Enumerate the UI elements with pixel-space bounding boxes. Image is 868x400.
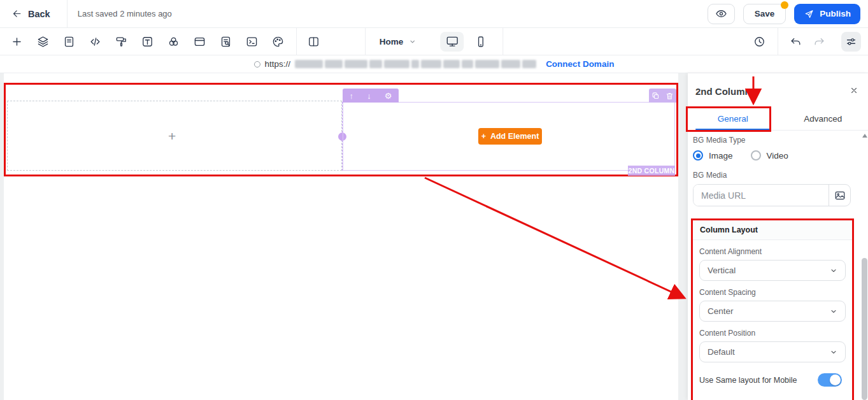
close-icon	[850, 86, 858, 95]
publish-label: Publish	[820, 9, 851, 18]
add-element-tool[interactable]	[9, 34, 24, 49]
save-label: Save	[755, 9, 775, 18]
mobile-layout-toggle-label: Use Same layout for Mobile	[699, 376, 797, 385]
terminal-icon	[246, 36, 258, 48]
mobile-layout-toggle[interactable]	[818, 373, 842, 387]
content-position-value: Default	[708, 347, 735, 357]
arrow-left-icon	[11, 8, 22, 19]
content-alignment-value: Vertical	[708, 266, 736, 275]
mobile-icon	[474, 36, 487, 48]
publish-button[interactable]: Publish	[794, 4, 860, 24]
redacted-url	[295, 60, 536, 68]
scrollbar-thumb[interactable]	[862, 258, 867, 400]
text-tool[interactable]	[139, 34, 155, 49]
settings-sliders-button[interactable]	[841, 32, 861, 52]
code-icon	[89, 36, 101, 48]
browser-tool[interactable]	[192, 34, 207, 49]
page-selector-dropdown[interactable]: Home	[366, 37, 430, 46]
column-badge: 2ND COLUMN	[628, 166, 675, 176]
back-label: Back	[28, 9, 50, 19]
terminal-tool[interactable]	[244, 34, 259, 49]
content-spacing-select[interactable]: Center	[699, 301, 846, 322]
bg-media-type-label: BG Media Type	[693, 136, 863, 145]
back-button[interactable]: Back	[0, 0, 67, 28]
form-icon	[63, 36, 75, 48]
divider	[67, 0, 68, 28]
content-spacing-value: Center	[708, 306, 734, 316]
close-panel-button[interactable]	[850, 86, 858, 97]
panel-title: 2nd Column	[695, 86, 859, 97]
add-element-label: Add Element	[490, 132, 539, 141]
redo-button[interactable]	[811, 34, 827, 49]
bg-media-type-radios: Image Video	[693, 150, 863, 161]
unsaved-changes-dot	[781, 1, 788, 9]
chevron-down-icon	[830, 348, 837, 356]
delete-button[interactable]	[664, 90, 674, 101]
paint-roller-icon	[115, 36, 127, 48]
move-up-icon[interactable]: ↑	[350, 92, 354, 100]
undo-button[interactable]	[788, 34, 803, 49]
media-url-input[interactable]	[694, 185, 829, 206]
divider	[502, 28, 503, 55]
forms-tool[interactable]	[61, 34, 76, 49]
layers-icon	[37, 36, 49, 48]
current-page-label: Home	[380, 37, 404, 46]
chevron-down-icon	[409, 38, 416, 45]
scroll-up-arrow-icon[interactable]	[862, 134, 867, 138]
bg-media-label: BG Media	[693, 171, 863, 180]
chevron-down-icon	[830, 308, 837, 315]
divider	[778, 28, 778, 55]
layers-tool[interactable]	[35, 34, 50, 49]
eye-icon	[715, 8, 727, 20]
gear-icon[interactable]: ⚙	[385, 92, 392, 100]
history-button[interactable]	[751, 34, 767, 49]
plus-icon: +	[481, 132, 486, 141]
desktop-icon	[446, 35, 459, 48]
code-tool[interactable]	[87, 34, 103, 49]
move-down-icon[interactable]: ↓	[367, 92, 371, 100]
preview-button[interactable]	[708, 4, 735, 24]
content-spacing-label: Content Spacing	[699, 288, 846, 297]
text-icon	[141, 36, 153, 48]
content-alignment-select[interactable]: Vertical	[699, 260, 846, 281]
radio-image-label: Image	[709, 151, 733, 161]
page-search-tool[interactable]	[218, 34, 233, 49]
last-saved-status: Last saved 2 minutes ago	[78, 9, 172, 18]
tab-advanced[interactable]: Advanced	[778, 107, 868, 130]
theme-tool[interactable]	[270, 34, 285, 49]
desktop-view-button[interactable]	[440, 32, 464, 52]
design-tool[interactable]	[113, 34, 129, 49]
radio-image[interactable]: Image	[693, 150, 733, 161]
bg-media-input-group	[693, 184, 851, 206]
column-toolbar: ↑ ↓ ⚙	[343, 89, 399, 103]
blend-tool[interactable]	[166, 34, 181, 49]
url-protocol: https://	[265, 59, 291, 69]
save-button[interactable]: Save	[743, 4, 786, 24]
columns-tool[interactable]	[306, 34, 321, 49]
panel-scrollbar	[861, 73, 868, 400]
top-bar: Back Last saved 2 minutes ago Save Publi…	[0, 0, 868, 28]
empty-column-add-icon[interactable]: +	[168, 129, 176, 143]
add-element-button[interactable]: + Add Element	[478, 128, 542, 145]
url-bar: https:// Connect Domain	[0, 55, 868, 73]
blend-icon	[167, 36, 180, 48]
mobile-layout-toggle-row: Use Same layout for Mobile	[699, 373, 842, 400]
content-position-select[interactable]: Default	[699, 341, 846, 362]
panel-tabs: General Advanced	[688, 107, 868, 131]
radio-video[interactable]: Video	[751, 150, 788, 161]
media-picker-button[interactable]	[829, 185, 850, 206]
connect-domain-link[interactable]: Connect Domain	[546, 59, 614, 69]
tab-general[interactable]: General	[688, 107, 778, 130]
browser-icon	[194, 36, 206, 48]
add-icon	[11, 36, 23, 48]
radio-unselected-icon	[751, 150, 761, 161]
site-status-icon	[254, 61, 260, 68]
settings-panel: 2nd Column General Advanced BG Media Typ…	[688, 73, 868, 400]
history-icon	[753, 36, 765, 48]
redo-icon	[813, 36, 825, 48]
content-alignment-label: Content Alignment	[699, 247, 846, 256]
mobile-view-button[interactable]	[469, 32, 492, 52]
duplicate-button[interactable]	[651, 90, 661, 101]
columns-icon	[308, 36, 320, 48]
settings-sliders-icon	[845, 36, 857, 48]
